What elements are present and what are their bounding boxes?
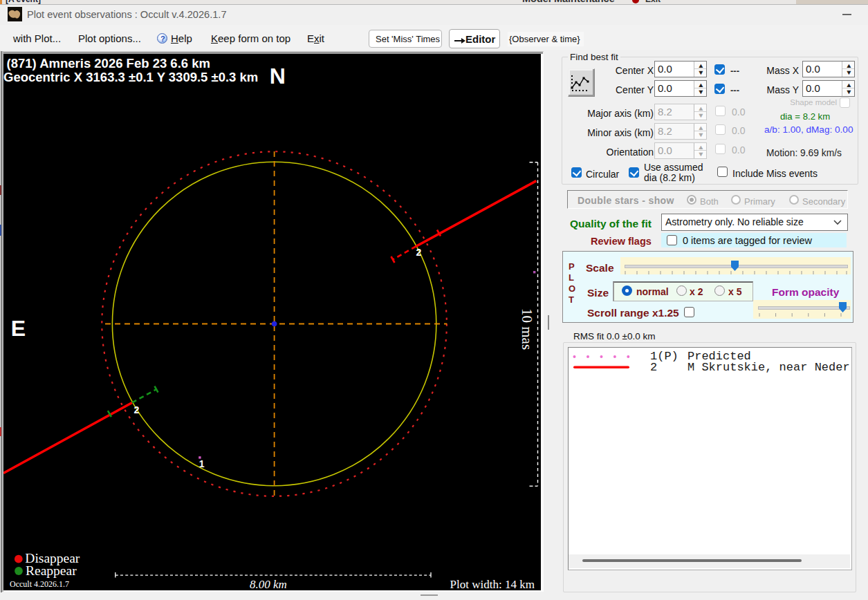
svg-text:N: N <box>270 64 286 88</box>
svg-text:2: 2 <box>134 404 140 415</box>
svg-text:(871) Amneris 2026 Feb 23 6: (871) Amneris 2026 Feb 23 6.6 km <box>7 56 210 71</box>
svg-text:2: 2 <box>650 361 657 374</box>
svg-text:Plot width: 14 km: Plot width: 14 km <box>450 578 535 590</box>
svg-text:Geocentric X 3163.3 ±0.1 Y 3: Geocentric X 3163.3 ±0.1 Y 3309.5 ±0.3 k… <box>3 70 258 84</box>
svg-text:8.00 km: 8.00 km <box>250 578 287 591</box>
svg-text:M Skrutskie, near Neder: M Skrutskie, near Neder <box>687 361 850 374</box>
svg-text:Reappear: Reappear <box>26 563 77 578</box>
svg-text:10 mas: 10 mas <box>519 308 535 350</box>
svg-text:1: 1 <box>199 458 205 469</box>
svg-text:E: E <box>11 316 26 341</box>
svg-text:Occult 4.2026.1.7: Occult 4.2026.1.7 <box>10 579 69 589</box>
svg-text:2: 2 <box>416 247 421 258</box>
